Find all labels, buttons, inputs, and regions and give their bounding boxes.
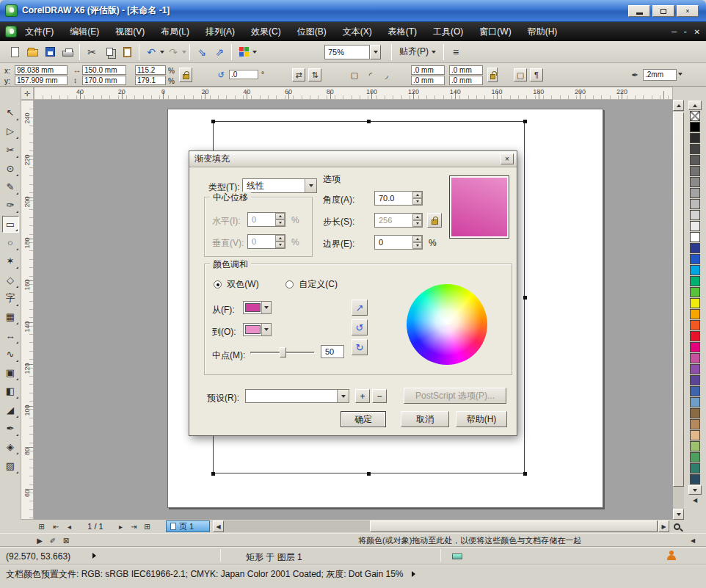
no-color-well[interactable]: ⊠ <box>60 535 72 545</box>
palette-swatch[interactable] <box>690 353 700 363</box>
postscript-options-button[interactable]: PostScript 选项(P)... <box>404 388 506 404</box>
y-position-field[interactable]: 157.909 mm <box>15 76 68 85</box>
palette-collapse-button[interactable]: ◀ <box>687 535 699 545</box>
next-page-button[interactable]: ▸ <box>114 520 127 532</box>
scroll-down-button[interactable] <box>673 509 684 520</box>
open-button[interactable] <box>23 43 41 61</box>
dialog-close-button[interactable]: × <box>501 153 514 164</box>
vertical-scrollbar[interactable] <box>673 100 684 520</box>
midpoint-value-field[interactable]: 50 <box>321 345 344 358</box>
selection-handle[interactable] <box>523 296 527 300</box>
palette-swatch[interactable] <box>690 452 700 462</box>
artistic-media-tool[interactable]: ✑ <box>2 197 19 214</box>
export-button[interactable]: ⇗ <box>211 43 228 61</box>
menu-item[interactable]: 排列(A) <box>197 22 243 41</box>
color-wheel[interactable] <box>407 284 487 365</box>
first-page-button[interactable]: ⇤ <box>50 520 62 532</box>
selection-handle[interactable] <box>367 472 371 476</box>
scale-lock-button[interactable] <box>179 68 192 82</box>
horizontal-scrollbar[interactable]: ◀ ▶ <box>213 520 669 532</box>
connector-tool[interactable]: ∿ <box>2 346 19 363</box>
menu-item[interactable]: 布局(L) <box>153 22 197 41</box>
palette-swatch[interactable] <box>690 408 700 418</box>
palette-swatch[interactable] <box>690 320 700 330</box>
application-launcher-button[interactable] <box>235 43 252 61</box>
import-button[interactable]: ⇘ <box>193 43 211 61</box>
ok-button[interactable]: 确定 <box>341 411 386 427</box>
preset-remove-button[interactable]: − <box>372 389 387 403</box>
pick-tool[interactable]: ↖ <box>2 104 19 121</box>
transparency-tool[interactable]: ◧ <box>2 382 19 399</box>
scroll-up-button[interactable] <box>673 100 684 111</box>
palette-swatch[interactable] <box>690 243 700 253</box>
add-page-button[interactable]: ⊞ <box>35 520 48 532</box>
mdi-close-icon[interactable]: ✕ <box>694 28 700 36</box>
palette-flyout[interactable]: ◀ <box>688 496 702 505</box>
two-color-radio[interactable]: 双色(W) <box>214 278 259 291</box>
undo-button[interactable]: ↶ <box>142 43 160 61</box>
object-height-field[interactable]: 170.0 mm <box>82 76 126 85</box>
zoom-level-value[interactable]: 75% <box>324 45 370 59</box>
scale-with-object-button[interactable]: ▢ <box>514 68 527 81</box>
palette-swatch[interactable] <box>690 364 700 374</box>
membership-icon[interactable] <box>666 551 677 561</box>
corner-chamfer-button[interactable]: ◞ <box>380 68 393 81</box>
palette-swatch[interactable] <box>690 342 700 352</box>
selection-handle[interactable] <box>523 472 527 476</box>
paste-button[interactable] <box>118 43 136 61</box>
profile-expand-icon[interactable] <box>412 571 415 577</box>
corner-scalloped-button[interactable]: ◜ <box>364 68 377 81</box>
palette-swatch[interactable] <box>690 309 700 319</box>
play-button[interactable]: ▶ <box>34 535 46 545</box>
corner-radius-field-bl[interactable]: .0 mm <box>411 76 445 85</box>
last-page-button[interactable]: ⇥ <box>128 520 140 532</box>
palette-scroll-up[interactable] <box>688 101 702 110</box>
cut-button[interactable]: ✂ <box>83 43 101 61</box>
basic-shapes-tool[interactable]: ◇ <box>2 272 19 288</box>
corner-radius-field-tr[interactable]: .0 mm <box>449 65 483 75</box>
edge-pad-spinner[interactable]: 0 <box>374 235 423 250</box>
menu-item[interactable]: 文本(X) <box>335 22 380 41</box>
scale-y-field[interactable]: 179.1 <box>135 76 166 85</box>
menu-item[interactable]: 工具(O) <box>425 22 471 41</box>
angle-direction-button[interactable]: ↗ <box>352 300 368 316</box>
to-color-picker[interactable] <box>243 323 272 336</box>
menu-item[interactable]: 位图(B) <box>289 22 335 41</box>
vertical-scroll-thumb[interactable] <box>673 112 684 487</box>
freehand-tool[interactable]: ✎ <box>2 178 19 195</box>
rotate-ccw-button[interactable]: ↺ <box>352 319 368 335</box>
eyedropper-tool[interactable]: ◢ <box>2 402 19 418</box>
color-proof-icon[interactable] <box>452 553 462 559</box>
object-width-field[interactable]: 150.0 mm <box>82 65 126 75</box>
custom-radio[interactable]: 自定义(C) <box>285 278 338 291</box>
rotate-cw-button[interactable]: ↻ <box>352 339 368 355</box>
copy-button[interactable] <box>101 43 118 61</box>
outline-width-field[interactable]: .2mm <box>643 69 677 81</box>
palette-swatch[interactable] <box>690 375 700 385</box>
palette-swatch[interactable] <box>690 221 700 231</box>
selection-handle[interactable] <box>211 120 215 123</box>
dimension-tool[interactable]: ↔ <box>2 327 19 344</box>
zoom-tool[interactable]: ⊙ <box>2 160 19 177</box>
palette-swatch[interactable] <box>690 298 700 308</box>
mdi-restore-icon[interactable]: ▫ <box>684 28 687 36</box>
from-color-picker[interactable] <box>243 301 272 314</box>
dialog-title-bar[interactable]: 渐变填充 <box>189 151 517 167</box>
menu-item[interactable]: 窗口(W) <box>471 22 519 41</box>
steps-lock-button[interactable] <box>427 213 442 228</box>
zoom-dropdown[interactable] <box>370 45 381 59</box>
menu-item[interactable]: 文件(F) <box>17 22 62 41</box>
redo-button[interactable]: ↷ <box>164 43 182 61</box>
slider-thumb[interactable] <box>280 347 286 357</box>
mirror-vertical-button[interactable]: ⇅ <box>308 68 321 81</box>
palette-swatch[interactable] <box>690 133 700 143</box>
vertical-ruler[interactable]: 240220200180160140120100806040 <box>21 100 34 520</box>
text-tool[interactable]: 字 <box>2 290 19 307</box>
shape-tool[interactable]: ▷ <box>2 123 19 139</box>
presets-combobox[interactable] <box>245 389 349 403</box>
outline-pen-tool[interactable]: ✒ <box>2 420 19 437</box>
palette-swatch[interactable] <box>690 463 700 473</box>
palette-swatch[interactable] <box>690 386 700 396</box>
coords-expand-icon[interactable] <box>92 553 96 559</box>
palette-swatch[interactable] <box>690 474 700 484</box>
